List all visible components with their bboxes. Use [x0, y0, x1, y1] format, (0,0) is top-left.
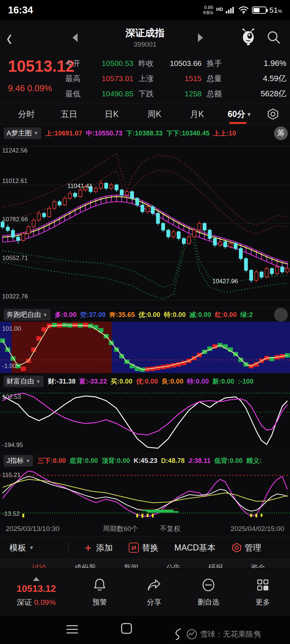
- indicator-value: 优:0.00: [138, 311, 160, 318]
- kdj-chart-plot[interactable]: 115.21-13.52: [0, 469, 290, 522]
- tab-分时[interactable]: 分时: [5, 104, 48, 125]
- indicator-toolbar: 模板▼ ＋添加 ⇄替换 MACD基本 管理: [0, 536, 290, 559]
- stat-value: 1258: [162, 89, 202, 98]
- stat-label: 昨收: [138, 58, 162, 68]
- chart-settings-icon[interactable]: [261, 104, 285, 125]
- app-header: ‹ 深证成指 399001: [0, 20, 290, 54]
- detail-tab-资金[interactable]: 资金: [251, 563, 265, 568]
- template-button[interactable]: 模板▼: [9, 542, 52, 553]
- tab-月K[interactable]: 月K: [176, 104, 219, 125]
- indicator-value: J:38.11: [188, 457, 211, 464]
- quote-panel: 10513.12 9.46 0.09% 今开10500.53昨收10503.66…: [0, 54, 290, 103]
- prev-stock-icon[interactable]: [72, 33, 78, 42]
- chevron-down-icon: ▼: [43, 312, 47, 318]
- manage-button[interactable]: 管理: [232, 542, 261, 553]
- manage-icon: [232, 543, 242, 553]
- wealth-chart-plot[interactable]: 102.53-194.95: [0, 390, 290, 453]
- hd-indicator: HD: [216, 7, 223, 12]
- axis-label: 11242.56: [2, 147, 28, 154]
- bottom-price-summary[interactable]: 10513.12 深证 0.09%: [0, 577, 72, 607]
- stat-label: 最高: [65, 74, 89, 84]
- share-button[interactable]: 分享: [127, 577, 181, 607]
- stat-value: 1.96%: [231, 59, 286, 68]
- axis-label: 115.21: [2, 472, 21, 479]
- home-icon[interactable]: [121, 623, 132, 634]
- indicator-value: 下下:10340.45: [166, 130, 210, 137]
- indicator-value: 底背:0.00: [70, 457, 98, 464]
- indicator-value: 空:37.00: [80, 311, 105, 318]
- stat-label: 上涨: [138, 74, 162, 84]
- tab-label: 五日: [61, 109, 78, 120]
- indicator-value: :-100: [238, 378, 253, 385]
- axis-label: 10782.66: [2, 216, 28, 223]
- tab-label: 分时: [18, 109, 35, 120]
- detail-tab-讨论[interactable]: 讨论: [32, 563, 46, 568]
- tab-周K[interactable]: 周K: [133, 104, 176, 125]
- quote-stats-row: 最高10573.01上涨1515总量4.59亿: [65, 71, 286, 86]
- more-button[interactable]: 更多: [236, 577, 290, 607]
- page-title: 深证成指: [0, 26, 290, 39]
- tab-label: 月K: [190, 109, 204, 120]
- share-icon: [146, 577, 162, 593]
- panel-badge[interactable]: [274, 308, 288, 322]
- stat-label: 最低: [65, 89, 89, 99]
- stat-value: 10573.01: [89, 74, 133, 83]
- watermark: 雪球：无花果陈隽: [173, 628, 261, 640]
- detail-tab-公告[interactable]: 公告: [166, 563, 181, 568]
- network-speed: 0.85KB/s: [203, 5, 213, 15]
- chip-distribution-badge[interactable]: 筹: [274, 126, 288, 140]
- macd-basic-button[interactable]: MACD基本: [174, 542, 216, 553]
- clipped-tab-row: 讨论成份股新闻公告研报资金: [0, 559, 290, 568]
- kdj-indicator-selector[interactable]: J指标▼: [4, 455, 33, 467]
- index-change: 0.09%: [34, 598, 56, 606]
- indicator-value: 多:0.00: [55, 311, 76, 318]
- bottom-price: 10513.12: [0, 583, 72, 594]
- alert-button[interactable]: 预警: [72, 577, 127, 607]
- quote-stats: 今开10500.53昨收10503.66换手1.96%最高10573.01上涨1…: [65, 56, 286, 101]
- axis-label: 10322.76: [2, 293, 28, 300]
- add-indicator-button[interactable]: ＋添加: [83, 541, 113, 555]
- detail-tab-成份股[interactable]: 成份股: [74, 563, 96, 568]
- tab-日K[interactable]: 日K: [90, 104, 133, 125]
- main-indicator-selector[interactable]: A梦主图▼: [4, 127, 41, 139]
- expand-triangle-icon[interactable]: [33, 577, 40, 581]
- stock-code: 399001: [0, 41, 290, 49]
- grid-icon: [255, 577, 271, 593]
- indicator-value: D:48.78: [161, 457, 185, 464]
- chart-footer-info: 2025/03/13/10:30 周期数60个 不复权 2025/04/02/1…: [0, 522, 290, 536]
- main-chart-plot[interactable]: 11242.5611012.6110782.6610552.7110322.76…: [0, 141, 290, 308]
- range-start: 2025/03/13/10:30: [6, 525, 59, 533]
- tab-五日[interactable]: 五日: [48, 104, 91, 125]
- current-price: 10513.12: [8, 57, 75, 75]
- indicator-value: 红:0.00: [215, 311, 237, 318]
- detail-tab-新闻[interactable]: 新闻: [124, 563, 138, 568]
- menu-icon[interactable]: [66, 625, 78, 636]
- indicator-value: 新:0.00: [212, 378, 234, 385]
- remove-watchlist-button[interactable]: 删自选: [181, 577, 236, 607]
- tab-label: 周K: [148, 109, 161, 120]
- stat-value: 10490.85: [89, 89, 133, 98]
- tab-60分[interactable]: 60分▼: [218, 104, 261, 125]
- wealth-indicator-selector[interactable]: 财富自由▼: [4, 376, 44, 387]
- chevron-down-icon: ▼: [34, 130, 38, 136]
- runner-indicator-selector[interactable]: 奔跑吧自由▼: [4, 309, 50, 321]
- detail-tab-研报[interactable]: 研报: [208, 563, 223, 568]
- axis-label: -1.00: [2, 363, 16, 370]
- period-count: 周期数60个: [103, 524, 138, 534]
- signal-icon: [226, 6, 235, 14]
- chevron-down-icon: ▼: [26, 458, 30, 464]
- indicator-value: 低背:0.00: [214, 457, 243, 464]
- axis-label: -13.52: [2, 510, 20, 518]
- next-stock-icon[interactable]: [198, 33, 203, 42]
- range-end: 2025/04/02/15:00: [231, 525, 284, 533]
- runner-chart-plot[interactable]: 101.00-1.00: [0, 322, 290, 373]
- indicator-value: 财:-31.38: [48, 378, 76, 385]
- axis-label: 101.00: [2, 325, 21, 333]
- period-tab-bar: 分时五日日K周K月K60分▼: [0, 103, 290, 125]
- runner-indicator-header: 奔跑吧自由▼ 多:0.00空:37.00奔:35.65优:0.00特:0.00减…: [0, 308, 290, 322]
- replace-indicator-button[interactable]: ⇄替换: [129, 542, 158, 553]
- stat-value: 1515: [162, 74, 202, 83]
- indicator-value: K:45.23: [134, 457, 157, 464]
- adjust-mode[interactable]: 不复权: [160, 524, 181, 534]
- stat-value: 4.59亿: [231, 73, 286, 84]
